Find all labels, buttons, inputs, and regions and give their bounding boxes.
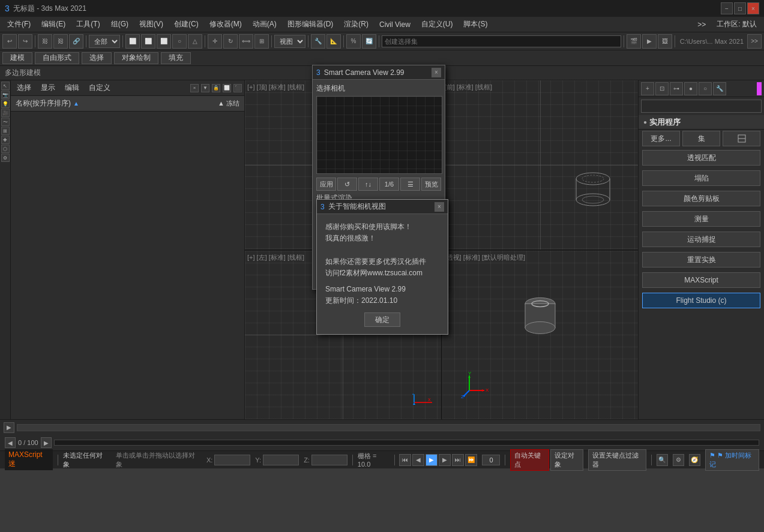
tab-freeform[interactable]: 自由形式 <box>35 52 79 64</box>
render-btn[interactable]: ▶ <box>642 34 657 49</box>
menu-file[interactable]: 文件(F) <box>2 18 35 31</box>
next-key-btn[interactable]: ⏩ <box>465 454 477 466</box>
reset-xform-btn[interactable]: 重置实换 <box>642 252 760 267</box>
menu-customize[interactable]: 自定义(U) <box>417 18 458 31</box>
expand-arrow[interactable]: ▶ <box>4 422 14 433</box>
icon-system[interactable]: ⚙ <box>1 154 10 162</box>
icon-light[interactable]: 💡 <box>1 100 10 108</box>
rp-create-btn[interactable]: + <box>641 82 654 95</box>
mirror-btn[interactable]: ⟺ <box>239 34 253 49</box>
set2-btn[interactable] <box>723 131 760 146</box>
rp-search-input[interactable] <box>641 100 762 113</box>
select-obj-btn[interactable]: ⬜ <box>125 34 140 49</box>
icon-helpers[interactable]: ✚ <box>1 136 10 144</box>
tab-select[interactable]: 选择 <box>82 52 112 64</box>
menu-overflow[interactable]: >> <box>693 19 711 30</box>
flag-btn[interactable]: ⚑ ⚑ 加时间标记 <box>705 449 759 471</box>
menu-modifier[interactable]: 修改器(M) <box>205 18 247 31</box>
angle-snap-btn[interactable]: 📐 <box>326 34 341 49</box>
set-key-btn[interactable]: 设定对象 <box>550 449 583 471</box>
lp-icon-invert[interactable]: ⬛ <box>233 84 242 92</box>
menu-civil[interactable]: Civil View <box>374 19 415 30</box>
rp-modify-btn[interactable]: ⊡ <box>655 82 669 95</box>
path-more-btn[interactable]: >> <box>747 34 762 49</box>
nav-next-btn[interactable]: ▶ <box>41 437 52 448</box>
dt-list-btn[interactable]: ☰ <box>400 178 420 191</box>
menu-view[interactable]: 视图(V) <box>134 18 168 31</box>
flight-studio-btn[interactable]: Flight Studio (c) <box>642 293 760 308</box>
menu-create[interactable]: 创建(C) <box>169 18 203 31</box>
more-btn[interactable]: 更多... <box>642 131 680 146</box>
collapse-btn[interactable]: 塌陷 <box>642 170 760 186</box>
auto-key-btn[interactable]: 自动关键点 <box>510 449 549 471</box>
lp-custom[interactable]: 自定义 <box>85 83 114 93</box>
link-btn[interactable]: ⛓ <box>38 34 52 49</box>
rotate-btn[interactable]: ↻ <box>223 34 238 49</box>
dt-reset-btn[interactable]: ↺ <box>337 178 357 191</box>
maxscript-btn[interactable]: MAXScript <box>642 272 760 288</box>
menu-edit[interactable]: 编辑(E) <box>37 18 70 31</box>
search-btn[interactable]: 🔍 <box>657 454 668 466</box>
scale-btn[interactable]: ⊞ <box>254 34 269 49</box>
lp-icon-select-all[interactable]: ⬜ <box>223 84 231 92</box>
icon-camera[interactable]: 📷 <box>1 91 10 99</box>
measure-btn[interactable]: 测量 <box>642 211 760 227</box>
move-btn[interactable]: ✛ <box>208 34 222 49</box>
prev-frame-btn[interactable]: ◀ <box>412 454 424 466</box>
motion-capture-btn[interactable]: 运动捕捉 <box>642 232 760 247</box>
next-frame-btn[interactable]: ▶ <box>439 454 451 466</box>
icon-wave[interactable]: 〜 <box>1 118 10 126</box>
lp-icon-filter[interactable]: ▼ <box>201 84 209 92</box>
render-setup-btn[interactable]: 🎬 <box>627 34 641 49</box>
maxscript-label[interactable]: MAXScript 迷 <box>5 449 53 470</box>
lp-icon-lock[interactable]: 🔒 <box>212 84 220 92</box>
spinner-btn[interactable]: 🔄 <box>362 34 376 49</box>
y-input[interactable] <box>263 455 299 465</box>
key-filter-btn[interactable]: 设置关键点过滤器 <box>588 449 646 471</box>
z-input[interactable] <box>311 455 347 465</box>
menu-graph-editor[interactable]: 图形编辑器(D) <box>283 18 338 31</box>
menu-script[interactable]: 脚本(S) <box>459 18 492 31</box>
render-frame-btn[interactable]: 🖼 <box>658 34 672 49</box>
close-btn[interactable]: × <box>747 2 759 14</box>
lp-icon-x[interactable]: × <box>190 84 199 92</box>
goto-start-btn[interactable]: ⏮ <box>399 454 411 466</box>
icon-shapes[interactable]: ⬡ <box>1 145 10 153</box>
icon-cursor[interactable]: ↖ <box>1 82 10 90</box>
rp-utility-btn[interactable]: 🔧 <box>713 82 726 95</box>
icon-grid[interactable]: ⊞ <box>1 127 10 135</box>
smart-camera-close-btn[interactable]: × <box>432 68 441 77</box>
set-btn[interactable]: 集 <box>682 131 720 146</box>
maximize-btn[interactable]: □ <box>734 2 746 14</box>
menu-group[interactable]: 组(G) <box>106 18 133 31</box>
lp-edit[interactable]: 编辑 <box>61 83 83 93</box>
goto-end-btn[interactable]: ⏭ <box>452 454 464 466</box>
nav-prev-btn[interactable]: ◀ <box>5 437 16 448</box>
menu-animate[interactable]: 动画(A) <box>248 18 281 31</box>
undo-btn[interactable]: ↩ <box>2 34 17 49</box>
menu-render[interactable]: 渲染(R) <box>339 18 373 31</box>
rp-hierarchy-btn[interactable]: ⊶ <box>670 82 683 95</box>
tab-fill[interactable]: 填充 <box>161 52 191 64</box>
unlink-btn[interactable]: ⛓ <box>53 34 68 49</box>
select-rect-btn[interactable]: ⬜ <box>157 34 171 49</box>
nav-btn[interactable]: 🧭 <box>689 454 700 466</box>
about-ok-btn[interactable]: 确定 <box>364 312 400 327</box>
lp-select[interactable]: 选择 <box>13 83 35 93</box>
view-mode-dropdown[interactable]: 视图 <box>274 35 305 48</box>
bind-btn[interactable]: 🔗 <box>69 34 83 49</box>
lp-display[interactable]: 显示 <box>37 83 59 93</box>
perspective-match-btn[interactable]: 透视匹配 <box>642 150 760 166</box>
color-clipboard-btn[interactable]: 颜色剪贴板 <box>642 191 760 206</box>
redo-btn[interactable]: ↪ <box>18 34 32 49</box>
select-filter-dropdown[interactable]: 全部 <box>89 35 120 48</box>
dt-preview-btn[interactable]: 预览 <box>421 178 441 191</box>
select-region-btn[interactable]: ⬜ <box>141 34 155 49</box>
dt-apply-btn[interactable]: 应用 <box>316 178 336 191</box>
play-btn[interactable]: ▶ <box>426 454 438 466</box>
select-fence-btn[interactable]: △ <box>188 34 202 49</box>
sort-col-name[interactable]: 名称(按升序排序) <box>16 98 71 109</box>
tab-paint[interactable]: 对象绘制 <box>114 52 158 64</box>
dt-fraction-btn[interactable]: 1/6 <box>379 178 399 191</box>
tab-model[interactable]: 建模 <box>2 52 32 64</box>
